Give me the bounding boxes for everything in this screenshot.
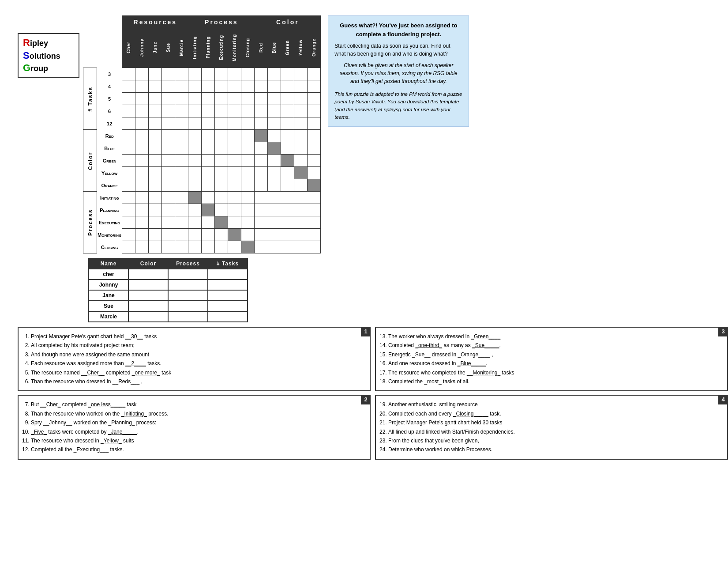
answer-color-cher bbox=[128, 269, 168, 280]
logo-line1: ipley bbox=[30, 39, 48, 48]
color-row-red: Red bbox=[97, 130, 122, 142]
clue-1-2: All completed by his motivated project t… bbox=[31, 341, 364, 350]
answer-tasks-cher bbox=[208, 269, 248, 280]
col-executing: Executing bbox=[219, 35, 224, 60]
answer-header-name: Name bbox=[89, 258, 128, 269]
answer-row-jane: Jane bbox=[89, 290, 248, 301]
process-row-monitoring: Monitoring bbox=[97, 229, 122, 241]
answer-process-johnny bbox=[168, 280, 208, 290]
logo: Ripley Solutions Group bbox=[18, 33, 79, 78]
puzzle-grid: Resources Process Color Cher Johnny Jane… bbox=[83, 15, 321, 253]
clue-4-21: Project Manager Pete's gantt chart held … bbox=[388, 418, 722, 427]
clue-list-3: The worker who always dressed in _Green_… bbox=[381, 332, 722, 386]
col-red: Red bbox=[259, 43, 263, 53]
col-jane: Jane bbox=[153, 42, 158, 53]
col-initiating: Initiating bbox=[192, 36, 197, 59]
clue-1-5: The resource named __Cher__ completed _o… bbox=[31, 368, 364, 377]
col-cher: Cher bbox=[126, 42, 131, 53]
process-row-executing: Executing bbox=[97, 216, 122, 229]
logo-g: G bbox=[23, 62, 30, 73]
col-johnny: Johnny bbox=[139, 38, 144, 57]
info-box: Guess what?! You've just been assigned t… bbox=[328, 15, 469, 127]
answer-name-jane: Jane bbox=[89, 290, 128, 301]
clue-2-9: Spry __Johnny__ worked on the _Planning_… bbox=[31, 418, 364, 427]
clue-number-4: 4 bbox=[718, 395, 728, 404]
col-orange: Orange bbox=[311, 38, 316, 57]
logo-r: R bbox=[23, 37, 30, 48]
tasks-row-6: 6 bbox=[97, 105, 122, 117]
clue-number-2: 2 bbox=[361, 395, 371, 404]
info-italic2: This fun puzzle is adapted to the PM wor… bbox=[334, 91, 462, 121]
process-row-closing: Closing bbox=[97, 241, 122, 253]
tasks-row-5: 5 bbox=[97, 93, 122, 105]
col-yellow: Yellow bbox=[298, 39, 303, 56]
tasks-row-3: 3 bbox=[97, 68, 122, 80]
answer-process-marcie bbox=[168, 311, 208, 322]
answer-color-johnny bbox=[128, 280, 168, 290]
color-row-green: Green bbox=[97, 155, 122, 167]
answer-row-marcie: Marcie bbox=[89, 311, 248, 322]
col-closing: Closing bbox=[245, 38, 250, 57]
process-row-initiating: Initiating bbox=[97, 192, 122, 204]
logo-line3: roup bbox=[30, 64, 48, 73]
answer-tasks-johnny bbox=[208, 280, 248, 290]
clue-box-2: 2 But __Cher_ completed _one less_____ t… bbox=[18, 395, 371, 459]
col-monitoring: Monitoring bbox=[232, 34, 237, 61]
color-row-blue: Blue bbox=[97, 142, 122, 155]
clue-1-6: Than the resource who dressed in __Reds_… bbox=[31, 377, 364, 386]
clue-box-4: 4 Another enthusiastic, smiling resource… bbox=[375, 395, 728, 459]
tasks-row-4: 4 bbox=[97, 80, 122, 93]
color-section-label: Color bbox=[83, 130, 97, 192]
answer-name-johnny: Johnny bbox=[89, 280, 128, 290]
answer-header-color: Color bbox=[128, 258, 168, 269]
color-header: Color bbox=[255, 16, 321, 28]
clue-1-1: Project Manager Pete's gantt chart held … bbox=[31, 332, 364, 341]
clue-list-4: Another enthusiastic, smiling resource C… bbox=[381, 400, 722, 454]
tasks-row-12: 12 bbox=[97, 117, 122, 130]
clue-list-1: Project Manager Pete's gantt chart held … bbox=[24, 332, 364, 386]
clue-1-3: And though none were assigned the same a… bbox=[31, 350, 364, 359]
answer-row-sue: Sue bbox=[89, 301, 248, 311]
color-row-yellow: Yellow bbox=[97, 167, 122, 179]
clue-box-1: 1 Project Manager Pete's gantt chart hel… bbox=[18, 327, 371, 391]
logo-s: S bbox=[23, 50, 30, 61]
tasks-section-label: # Tasks bbox=[83, 68, 97, 130]
clue-3-14: Completed _one-third_ as many as _Sue___… bbox=[388, 341, 722, 350]
color-row-orange: Orange bbox=[97, 179, 122, 192]
page: Ripley Solutions Group Resources Process… bbox=[9, 9, 728, 466]
clue-4-23: From the clues that you've been given, bbox=[388, 436, 722, 445]
col-planning: Planning bbox=[206, 36, 210, 58]
process-section-label: Process bbox=[83, 192, 97, 253]
answer-name-cher: cher bbox=[89, 269, 128, 280]
logo-line2: olutions bbox=[30, 52, 60, 60]
answer-tasks-sue bbox=[208, 301, 248, 311]
col-green: Green bbox=[285, 40, 290, 55]
info-title: Guess what?! You've just been assigned t… bbox=[334, 21, 462, 38]
answer-header-tasks: # Tasks bbox=[208, 258, 248, 269]
answer-row-cher: cher bbox=[89, 269, 248, 280]
clue-4-22: All lined up and linked with Start/Finis… bbox=[388, 427, 722, 436]
answer-color-sue bbox=[128, 301, 168, 311]
answer-name-marcie: Marcie bbox=[89, 311, 128, 322]
process-row-planning: Planning bbox=[97, 204, 122, 216]
info-body: Start collecting data as soon as you can… bbox=[334, 42, 462, 58]
clue-3-16: And one resource dressed in _Blue_____. bbox=[388, 359, 722, 368]
answer-color-marcie bbox=[128, 311, 168, 322]
answer-process-cher bbox=[168, 269, 208, 280]
clue-3-15: Energetic _Sue__ dressed in _Orange____ … bbox=[388, 350, 722, 359]
process-header: Process bbox=[188, 16, 255, 28]
col-marcie: Marcie bbox=[179, 39, 184, 56]
clue-4-19: Another enthusiastic, smiling resource bbox=[388, 400, 722, 409]
answer-header-process: Process bbox=[168, 258, 208, 269]
clue-2-7: But __Cher_ completed _one less_____ tas… bbox=[31, 400, 364, 409]
clue-number-1: 1 bbox=[361, 327, 371, 336]
clue-2-8: Than the resource who worked on the _Ini… bbox=[31, 409, 364, 418]
answer-table: Name Color Process # Tasks cher Johnny bbox=[88, 258, 248, 322]
answer-tasks-jane bbox=[208, 290, 248, 301]
clue-3-13: The worker who always dressed in _Green_… bbox=[388, 332, 722, 341]
resources-header: Resources bbox=[122, 16, 188, 28]
clue-box-3: 3 The worker who always dressed in _Gree… bbox=[375, 327, 728, 391]
col-blue: Blue bbox=[272, 42, 277, 53]
answer-tasks-marcie bbox=[208, 311, 248, 322]
clue-1-4: Each resource was assigned more than __2… bbox=[31, 359, 364, 368]
